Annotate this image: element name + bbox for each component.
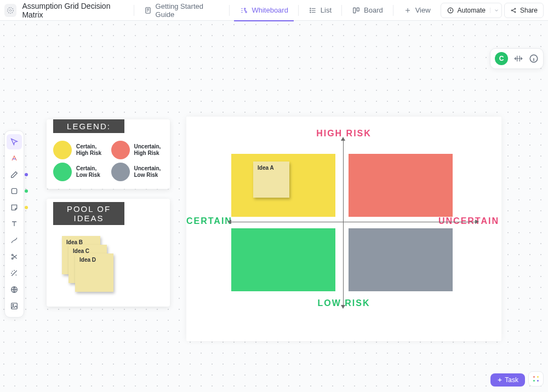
sticky-note[interactable]: Idea D — [75, 253, 113, 292]
tool-sticky[interactable] — [7, 200, 22, 215]
plus-icon — [497, 377, 503, 383]
share-button[interactable]: Share — [504, 3, 544, 18]
color-dot — [25, 206, 28, 209]
list-settings-icon[interactable] — [4, 4, 16, 17]
apps-button[interactable] — [528, 371, 544, 387]
svg-point-5 — [310, 8, 311, 8]
info-icon[interactable] — [529, 54, 539, 64]
legend-label: Uncertain, Low Risk — [134, 165, 164, 178]
svg-point-15 — [12, 254, 13, 256]
svg-point-7 — [310, 11, 311, 12]
matrix-panel[interactable]: HIGH RISK LOW RISK CERTAIN UNCERTAIN Ide… — [186, 117, 501, 341]
canvas-toolbar — [4, 130, 24, 318]
task-label: Task — [505, 376, 518, 384]
tool-pen[interactable] — [7, 167, 22, 182]
share-label: Share — [520, 7, 538, 14]
svg-point-21 — [533, 376, 535, 378]
swatch-icon — [53, 163, 72, 181]
page-title: Assumption Grid Decision Matrix — [19, 2, 129, 19]
axis-label-left: CERTAIN — [186, 216, 232, 226]
legend-item: Certain, High Risk — [53, 141, 106, 159]
doc-icon — [144, 6, 152, 15]
tool-connector[interactable] — [7, 233, 22, 248]
legend-label: Certain, Low Risk — [76, 165, 106, 178]
chevron-down-icon[interactable] — [490, 8, 499, 13]
tab-label: Whiteboard — [252, 6, 288, 14]
tab-whiteboard[interactable]: Whiteboard — [234, 0, 293, 21]
board-icon — [352, 6, 361, 15]
svg-point-16 — [12, 258, 13, 260]
tool-image[interactable] — [7, 298, 22, 314]
legend-grid: Certain, High Risk Uncertain, High Risk … — [47, 136, 170, 189]
pool-card[interactable]: POOL OF IDEAS Idea B Idea C Idea D — [47, 199, 170, 307]
whiteboard-icon — [239, 6, 248, 15]
list-icon — [309, 6, 317, 15]
legend-item: Certain, Low Risk — [53, 163, 106, 181]
plus-icon — [403, 6, 412, 15]
swatch-icon — [53, 141, 72, 159]
tool-select[interactable] — [7, 134, 22, 149]
tool-text[interactable] — [7, 216, 22, 232]
fit-width-icon[interactable] — [513, 54, 523, 64]
app-header: Assumption Grid Decision Matrix Getting … — [0, 0, 548, 21]
pool-title: POOL OF IDEAS — [53, 202, 124, 225]
tab-getting-started[interactable]: Getting Started Guide — [139, 0, 225, 21]
svg-point-0 — [9, 9, 12, 11]
tool-shape[interactable] — [7, 183, 22, 199]
tab-list[interactable]: List — [303, 0, 337, 21]
svg-point-13 — [515, 11, 516, 13]
tool-ai[interactable] — [7, 151, 22, 166]
color-dot — [25, 173, 28, 176]
legend-label: Certain, High Risk — [76, 143, 106, 157]
share-icon — [510, 7, 517, 14]
tab-board[interactable]: Board — [346, 0, 389, 21]
svg-point-1 — [8, 7, 14, 13]
automate-label: Automate — [458, 7, 486, 14]
tool-web[interactable] — [7, 282, 22, 297]
sticky-note[interactable]: Idea A — [253, 162, 289, 198]
tab-add-view[interactable]: View — [398, 0, 436, 21]
tab-label: List — [321, 6, 332, 14]
axis-horizontal — [231, 222, 475, 222]
divider — [229, 5, 230, 16]
divider — [341, 5, 342, 16]
svg-rect-9 — [357, 8, 359, 11]
divider — [134, 5, 134, 16]
svg-point-6 — [310, 10, 311, 10]
automate-icon — [447, 7, 454, 14]
svg-rect-8 — [353, 8, 356, 13]
legend-item: Uncertain, Low Risk — [111, 163, 164, 181]
pool-notes-area: Idea B Idea C Idea D — [56, 233, 160, 296]
tool-magic[interactable] — [7, 266, 22, 281]
svg-point-11 — [511, 10, 512, 11]
quadrant-uncertain-low[interactable] — [349, 228, 453, 291]
svg-point-24 — [537, 380, 539, 382]
quadrant-certain-low[interactable] — [231, 228, 335, 291]
new-task-button[interactable]: Task — [490, 373, 525, 387]
quadrant-uncertain-high[interactable] — [349, 154, 453, 217]
automate-button[interactable]: Automate — [441, 3, 502, 18]
legend-card[interactable]: LEGEND: Certain, High Risk Uncertain, Hi… — [47, 119, 170, 189]
axis-label-right: UNCERTAIN — [438, 216, 499, 226]
swatch-icon — [111, 163, 130, 181]
svg-point-23 — [533, 380, 535, 382]
whiteboard-canvas[interactable]: C LEGEND: Certain, High Risk Uncertain, … — [0, 21, 548, 392]
tab-label: Getting Started Guide — [156, 2, 220, 19]
svg-point-12 — [515, 8, 516, 9]
tab-label: Board — [364, 6, 383, 14]
tool-scissors[interactable] — [7, 249, 22, 264]
svg-rect-14 — [12, 188, 16, 193]
divider — [298, 5, 299, 16]
svg-point-22 — [537, 376, 539, 378]
presence-bar: C — [490, 48, 544, 69]
svg-rect-18 — [12, 303, 18, 309]
svg-point-4 — [246, 11, 247, 12]
tab-label: View — [415, 6, 431, 14]
svg-point-3 — [244, 8, 246, 9]
svg-point-19 — [13, 304, 14, 305]
avatar[interactable]: C — [495, 52, 508, 65]
swatch-icon — [111, 141, 130, 159]
axis-vertical — [343, 141, 344, 305]
color-dot — [25, 189, 28, 193]
legend-item: Uncertain, High Risk — [111, 141, 164, 159]
